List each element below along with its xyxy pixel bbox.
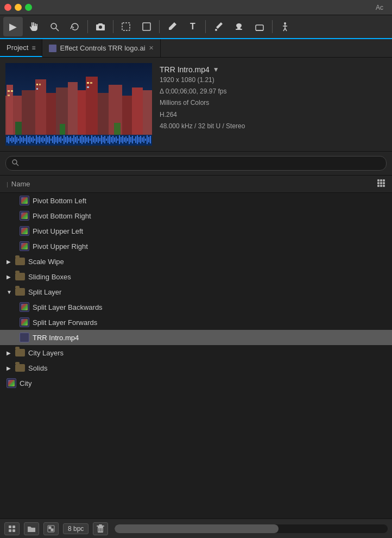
hierarchy-icon[interactable] [377, 179, 385, 189]
svg-rect-72 [55, 137, 56, 142]
item-label: Pivot Bottom Right [33, 212, 91, 220]
list-item[interactable]: ▶ Solids [0, 360, 392, 376]
svg-rect-151 [99, 524, 102, 526]
svg-rect-108 [114, 137, 115, 142]
tab-menu-icon[interactable]: ≡ [31, 44, 35, 52]
tab-close-button[interactable]: ✕ [149, 45, 154, 52]
minimize-button[interactable] [15, 4, 22, 11]
svg-rect-144 [9, 529, 11, 532]
svg-rect-98 [98, 136, 99, 143]
file-name-text: TRR Intro.mp4 [160, 65, 210, 74]
search-input[interactable] [22, 159, 381, 167]
effect-icon [20, 211, 29, 221]
thumbnail[interactable] [5, 63, 152, 146]
svg-point-0 [51, 23, 56, 29]
svg-rect-145 [12, 529, 15, 532]
expand-arrow-icon[interactable]: ▶ [7, 259, 13, 265]
list-item-selected[interactable]: TRR Intro.mp4 [0, 330, 392, 345]
zoom-tool[interactable] [45, 17, 64, 36]
expand-arrow-icon[interactable]: ▶ [7, 274, 13, 280]
item-label: City Layers [28, 349, 64, 357]
list-item[interactable]: Pivot Bottom Left [0, 193, 392, 208]
separator-2 [113, 20, 113, 33]
paint-tool[interactable] [208, 17, 228, 36]
svg-rect-18 [35, 79, 46, 135]
svg-point-4 [236, 23, 242, 28]
svg-rect-123 [138, 137, 140, 142]
stamp-tool[interactable] [229, 17, 249, 36]
toolbar: ▶ T [0, 15, 392, 39]
new-folder-button[interactable] [24, 522, 39, 535]
svg-rect-46 [13, 137, 14, 142]
tab-project[interactable]: Project ≡ [0, 39, 42, 57]
expand-arrow-icon[interactable]: ▼ [7, 289, 13, 295]
svg-rect-59 [34, 139, 35, 141]
list-item[interactable]: Pivot Upper Left [0, 223, 392, 239]
svg-rect-38 [15, 122, 22, 135]
item-label: Split Layer [28, 288, 61, 296]
puppet-tool[interactable] [275, 17, 295, 36]
svg-rect-54 [26, 135, 27, 144]
maximize-button[interactable] [25, 4, 32, 11]
svg-rect-17 [22, 90, 35, 135]
codec: H.264 [160, 110, 245, 120]
tab-icon [49, 45, 56, 52]
list-item[interactable]: ▼ Split Layer [0, 284, 392, 299]
svg-rect-58 [33, 136, 34, 143]
effect-icon [20, 226, 29, 236]
dropdown-arrow-icon[interactable]: ▼ [213, 66, 219, 73]
list-item[interactable]: ▶ Sliding Boxes [0, 269, 392, 284]
svg-rect-106 [111, 137, 112, 142]
item-label: TRR Intro.mp4 [33, 334, 79, 342]
svg-rect-52 [23, 136, 24, 143]
svg-rect-7 [256, 25, 263, 30]
rotate-tool[interactable] [65, 17, 85, 36]
tab-bar: Project ≡ Effect Controls TRR logo.ai ✕ [0, 39, 392, 58]
svg-rect-28 [143, 90, 152, 135]
pen-tool[interactable] [162, 17, 182, 36]
new-item-button[interactable] [4, 522, 20, 535]
list-item[interactable]: Split Layer Forwards [0, 315, 392, 330]
list-item[interactable]: Pivot Upper Right [0, 239, 392, 254]
bpc-badge[interactable]: 8 bpc [63, 523, 88, 534]
close-button[interactable] [4, 4, 11, 11]
select-tool[interactable]: ▶ [3, 17, 23, 36]
svg-rect-5 [237, 27, 241, 29]
svg-rect-44 [10, 138, 11, 141]
eraser-tool[interactable] [250, 17, 269, 36]
svg-rect-48 [16, 137, 17, 142]
svg-rect-47 [15, 135, 16, 144]
svg-rect-39 [60, 124, 65, 135]
file-info: TRR Intro.mp4 ▼ 1920 x 1080 (1.21) Δ 0;0… [160, 63, 245, 146]
item-label: Pivot Upper Right [33, 242, 88, 251]
svg-rect-137 [380, 182, 382, 184]
camera-tool[interactable] [91, 17, 110, 36]
text-tool[interactable]: T [183, 17, 203, 36]
svg-rect-111 [119, 135, 120, 144]
tab-effect-controls[interactable]: Effect Controls TRR logo.ai ✕ [42, 39, 160, 57]
list-item[interactable]: ▶ City Layers [0, 345, 392, 360]
list-item[interactable]: Split Layer Backwards [0, 299, 392, 315]
svg-rect-86 [78, 139, 79, 141]
shape-tool[interactable] [137, 17, 156, 36]
expand-arrow-icon[interactable]: ▶ [7, 365, 13, 371]
folder-icon [15, 258, 25, 265]
timecode: Δ 0;00;06;00, 29.97 fps [160, 86, 245, 97]
svg-rect-148 [51, 529, 53, 531]
hand-tool[interactable] [24, 17, 43, 36]
list-item[interactable]: City [0, 376, 392, 391]
expand-arrow-icon[interactable]: ▶ [7, 350, 13, 356]
delete-button[interactable] [93, 522, 108, 535]
svg-rect-77 [64, 135, 65, 144]
new-composition-button[interactable] [43, 522, 59, 535]
list-item[interactable]: Pivot Bottom Right [0, 208, 392, 223]
effect-icon [20, 317, 29, 327]
svg-rect-138 [383, 182, 385, 184]
region-tool[interactable] [116, 17, 136, 36]
search-wrap[interactable] [5, 156, 387, 171]
tab-effect-controls-label: Effect Controls TRR logo.ai [60, 44, 145, 52]
app-name: Ac [376, 4, 383, 11]
list-item[interactable]: ▶ Scale Wipe [0, 254, 392, 269]
svg-rect-103 [106, 139, 107, 141]
svg-rect-135 [383, 179, 385, 182]
